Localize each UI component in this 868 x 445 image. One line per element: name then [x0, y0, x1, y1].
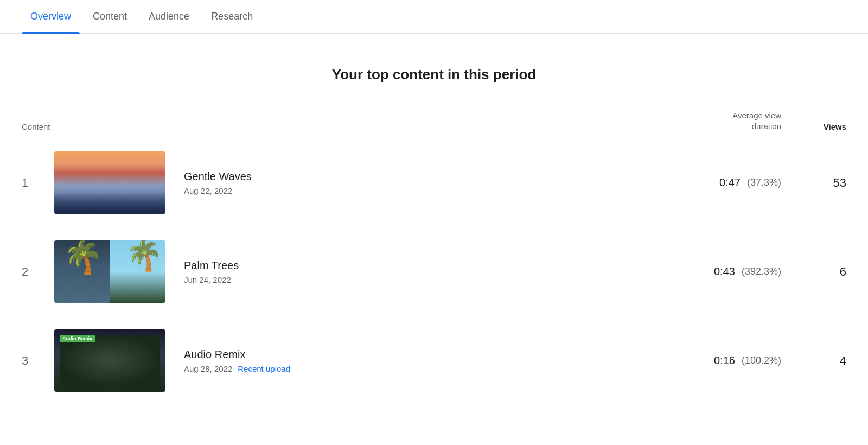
row-views: 4: [781, 354, 846, 368]
row-info: Gentle Waves Aug 22, 2022: [184, 170, 629, 195]
section-title: Your top content in this period: [22, 66, 846, 83]
video-date: Aug 22, 2022: [184, 186, 629, 195]
video-date: Jun 24, 2022: [184, 275, 629, 284]
video-title[interactable]: Audio Remix: [184, 348, 629, 361]
row-duration: 0:16 (100.2%): [629, 354, 781, 367]
video-title[interactable]: Gentle Waves: [184, 170, 629, 183]
audio-badge: Audio Remix: [60, 335, 95, 342]
table-row: 3 Audio Remix Audio Remix Aug 28, 2022 R…: [22, 316, 846, 405]
col-content-header: Content: [22, 122, 76, 131]
table-row: 1 Gentle Waves Aug 22, 2022 0:47 (37.3%)…: [22, 138, 846, 227]
row-thumbnail[interactable]: [54, 151, 171, 214]
col-views-header: Views: [781, 122, 846, 131]
col-avg-view-header: Average view duration: [684, 110, 781, 131]
row-rank: 2: [22, 265, 54, 279]
thumbnail-audio[interactable]: Audio Remix: [54, 329, 165, 392]
content-table: Content Average view duration Views 1 Ge…: [22, 110, 846, 405]
row-rank: 3: [22, 354, 54, 368]
duration-pct: (37.3%): [747, 177, 781, 188]
duration-time: 0:43: [714, 265, 735, 278]
thumbnail-palm[interactable]: [54, 240, 165, 303]
row-views: 53: [781, 176, 846, 190]
main-content: Your top content in this period Content …: [0, 34, 868, 427]
row-rank: 1: [22, 176, 54, 190]
row-views: 6: [781, 265, 846, 279]
duration-pct: (100.2%): [742, 355, 781, 366]
nav-tabs: Overview Content Audience Research: [0, 0, 868, 34]
row-duration: 0:47 (37.3%): [629, 176, 781, 189]
table-header: Content Average view duration Views: [22, 110, 846, 138]
row-info: Audio Remix Aug 28, 2022 Recent upload: [184, 348, 629, 373]
recent-upload-badge[interactable]: Recent upload: [238, 364, 290, 373]
duration-time: 0:47: [719, 176, 741, 189]
tab-audience[interactable]: Audience: [140, 0, 198, 33]
video-title[interactable]: Palm Trees: [184, 259, 629, 272]
tab-overview[interactable]: Overview: [22, 0, 80, 33]
duration-pct: (392.3%): [742, 266, 781, 277]
tab-research[interactable]: Research: [202, 0, 261, 33]
table-row: 2 Palm Trees Jun 24, 2022 0:43 (392.3%): [22, 227, 846, 316]
tab-content[interactable]: Content: [84, 0, 136, 33]
thumbnail-beach[interactable]: [54, 151, 165, 214]
row-thumbnail[interactable]: [54, 240, 171, 303]
video-date: Aug 28, 2022 Recent upload: [184, 364, 629, 373]
row-thumbnail[interactable]: Audio Remix: [54, 329, 171, 392]
row-duration: 0:43 (392.3%): [629, 265, 781, 278]
duration-time: 0:16: [714, 354, 735, 367]
row-info: Palm Trees Jun 24, 2022: [184, 259, 629, 284]
